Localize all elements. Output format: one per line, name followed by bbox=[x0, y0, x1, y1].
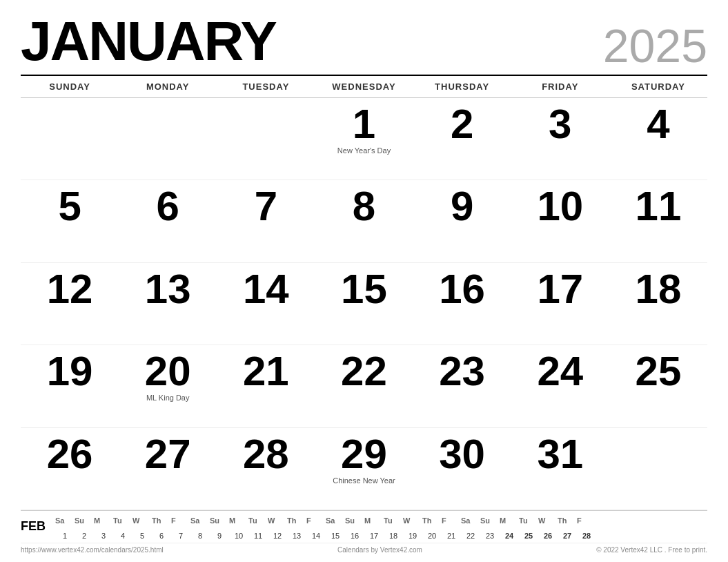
mini-date-cell: 14 bbox=[306, 532, 326, 540]
day-number: 0 bbox=[58, 104, 81, 145]
day-header-saturday: SATURDAY bbox=[609, 79, 707, 95]
day-cell: 4 bbox=[609, 98, 707, 180]
mini-header-cell: Tu bbox=[113, 516, 132, 525]
day-cell: 29Chinese New Year bbox=[315, 428, 413, 510]
day-header-thursday: THURSDAY bbox=[413, 79, 511, 95]
day-number: 12 bbox=[47, 269, 93, 310]
day-number: 21 bbox=[243, 351, 289, 392]
day-number: 22 bbox=[341, 351, 387, 392]
mini-header-cell: Th bbox=[287, 516, 306, 525]
day-number: 29 bbox=[341, 434, 387, 475]
day-cell: 28 bbox=[217, 428, 315, 510]
day-cell: 30 bbox=[413, 428, 511, 510]
day-number: 27 bbox=[145, 434, 191, 475]
mini-date-cell: 10 bbox=[229, 532, 248, 540]
day-cell: 18 bbox=[609, 263, 707, 345]
calendar-container: JANUARY 2025 SUNDAYMONDAYTUESDAYWEDNESDA… bbox=[0, 0, 728, 562]
day-cell: 1New Year's Day bbox=[315, 98, 413, 180]
day-number: 14 bbox=[243, 269, 289, 310]
day-cell: 10 bbox=[511, 180, 609, 262]
mini-header-cell: Sa bbox=[55, 516, 75, 525]
week-row-0: 0001New Year's Day234 bbox=[21, 98, 707, 180]
day-cell: 23 bbox=[413, 345, 511, 427]
day-cell: 21 bbox=[217, 345, 315, 427]
day-cell: 0 bbox=[21, 98, 119, 180]
mini-headers-row: SaSuMTuWThFSaSuMTuWThFSaSuMTuWThFSaSuMTu… bbox=[55, 516, 707, 530]
week-row-2: 12131415161718 bbox=[21, 263, 707, 345]
footer-left: https://www.vertex42.com/calendars/2025.… bbox=[21, 546, 164, 554]
mini-header-cell: W bbox=[538, 516, 558, 525]
day-header-wednesday: WEDNESDAY bbox=[315, 79, 413, 95]
mini-date-cell: 4 bbox=[113, 532, 132, 540]
mini-header-cell: Su bbox=[345, 516, 364, 525]
mini-header-cell: M bbox=[229, 516, 248, 525]
day-number: 10 bbox=[537, 186, 583, 227]
weeks-container: 0001New Year's Day2345678910111213141516… bbox=[21, 98, 707, 510]
day-number: 26 bbox=[47, 434, 93, 475]
day-cell: 25 bbox=[609, 345, 707, 427]
day-number: 0 bbox=[647, 434, 669, 475]
footer: https://www.vertex42.com/calendars/2025.… bbox=[21, 543, 707, 555]
holiday-label: New Year's Day bbox=[337, 146, 391, 155]
mini-date-cell: 15 bbox=[326, 532, 345, 540]
day-cell: 12 bbox=[21, 263, 119, 345]
day-cell: 0 bbox=[217, 98, 315, 180]
year-title: 2025 bbox=[603, 22, 707, 69]
day-number: 13 bbox=[145, 269, 191, 310]
day-number: 23 bbox=[439, 351, 485, 392]
mini-header-cell: F bbox=[577, 516, 596, 525]
mini-calendar-section: FEB SaSuMTuWThFSaSuMTuWThFSaSuMTuWThFSaS… bbox=[21, 510, 707, 543]
mini-date-cell: 25 bbox=[519, 532, 538, 540]
day-number: 7 bbox=[255, 186, 277, 227]
day-number: 6 bbox=[157, 186, 179, 227]
footer-center: Calendars by Vertex42.com bbox=[337, 546, 422, 554]
mini-header-cell: F bbox=[442, 516, 461, 525]
day-number: 30 bbox=[439, 434, 485, 475]
mini-header-cell: Th bbox=[558, 516, 577, 525]
mini-date-cell: 5 bbox=[132, 532, 152, 540]
mini-header-cell: F bbox=[306, 516, 326, 525]
day-number: 15 bbox=[341, 269, 387, 310]
month-title: JANUARY bbox=[21, 14, 276, 69]
mini-date-cell: 16 bbox=[345, 532, 364, 540]
day-number: 8 bbox=[353, 186, 375, 227]
day-number: 0 bbox=[255, 104, 277, 145]
day-number: 0 bbox=[157, 104, 179, 145]
day-number: 28 bbox=[243, 434, 289, 475]
mini-header-cell: W bbox=[132, 516, 152, 525]
mini-header-cell: Sa bbox=[326, 516, 345, 525]
day-cell: 13 bbox=[119, 263, 217, 345]
mini-date-cell: 7 bbox=[171, 532, 190, 540]
day-number: 19 bbox=[47, 351, 93, 392]
mini-date-cell: 26 bbox=[538, 532, 558, 540]
week-row-1: 567891011 bbox=[21, 180, 707, 262]
mini-date-cell: 9 bbox=[210, 532, 229, 540]
day-cell: 8 bbox=[315, 180, 413, 262]
week-row-3: 1920ML King Day2122232425 bbox=[21, 345, 707, 427]
day-cell: 0 bbox=[609, 428, 707, 510]
mini-date-cell: 23 bbox=[480, 532, 500, 540]
day-cell: 5 bbox=[21, 180, 119, 262]
mini-month-label: FEB bbox=[21, 516, 48, 534]
mini-date-cell: 24 bbox=[500, 532, 519, 540]
week-row-4: 26272829Chinese New Year30310 bbox=[21, 428, 707, 510]
mini-grid: SaSuMTuWThFSaSuMTuWThFSaSuMTuWThFSaSuMTu… bbox=[55, 516, 707, 540]
mini-date-cell: 27 bbox=[558, 532, 577, 540]
day-header-tuesday: TUESDAY bbox=[217, 79, 315, 95]
day-cell: 27 bbox=[119, 428, 217, 510]
mini-date-cell: 6 bbox=[152, 532, 171, 540]
header: JANUARY 2025 bbox=[21, 14, 707, 69]
mini-header-cell: M bbox=[364, 516, 384, 525]
day-number: 3 bbox=[549, 104, 571, 145]
day-cell: 31 bbox=[511, 428, 609, 510]
day-cell: 17 bbox=[511, 263, 609, 345]
footer-right: © 2022 Vertex42 LLC . Free to print. bbox=[596, 546, 707, 554]
day-cell: 9 bbox=[413, 180, 511, 262]
mini-date-cell: 21 bbox=[442, 532, 461, 540]
day-number: 4 bbox=[647, 104, 669, 145]
mini-header-cell: M bbox=[500, 516, 519, 525]
day-cell: 14 bbox=[217, 263, 315, 345]
mini-header-cell: Tu bbox=[248, 516, 268, 525]
day-number: 18 bbox=[636, 269, 682, 310]
day-number: 5 bbox=[58, 186, 81, 227]
